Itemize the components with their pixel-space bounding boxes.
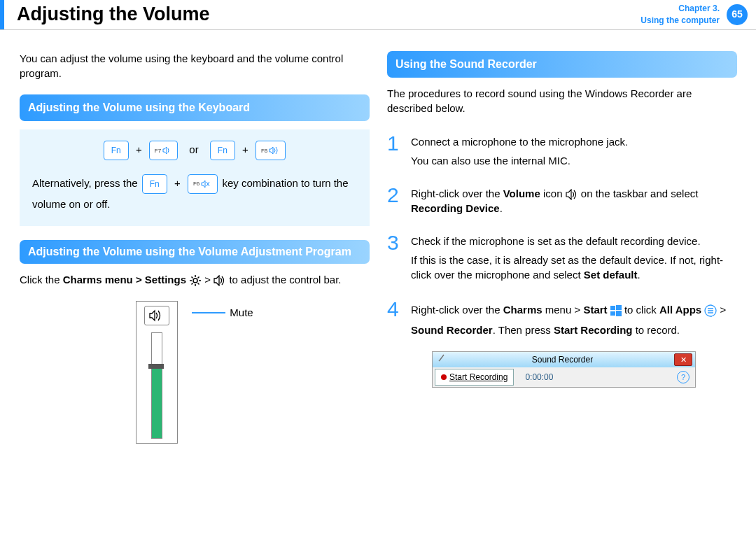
start-recording-button[interactable]: Start Recording — [435, 369, 514, 386]
step-number: 4 — [387, 299, 402, 388]
or-text: or — [189, 142, 198, 157]
step-number: 3 — [387, 232, 402, 286]
section-header-program: Adjusting the Volume using the Volume Ad… — [20, 240, 370, 264]
step-1: 1 Connect a microphone to the microphone… — [387, 133, 737, 172]
svg-rect-1 — [610, 306, 615, 310]
step-2: 2 Right-click over the Volume icon on th… — [387, 185, 737, 220]
fn-key-2: Fn — [210, 141, 235, 160]
page-header: Adjusting the Volume Chapter 3. Using th… — [0, 0, 756, 30]
step-3: 3 Check if the microphone is set as the … — [387, 232, 737, 286]
record-dot-icon — [441, 374, 447, 380]
plus-icon-2: + — [242, 143, 248, 155]
step-4-text: Right-click over the Charms menu > Start… — [411, 300, 737, 340]
svg-rect-2 — [616, 305, 622, 310]
microphone-icon — [437, 353, 447, 367]
step-3-line2: If this is the case, it is already set a… — [411, 253, 737, 282]
recorder-time: 0:00:00 — [525, 372, 553, 383]
step-1-line2: You can also use the internal MIC. — [411, 153, 737, 168]
f7-key: F7 — [149, 141, 178, 160]
sound-recorder-window: Sound Recorder ✕ Start Recording 0:00:00… — [432, 351, 696, 388]
chapter-subline: Using the computer — [640, 15, 720, 27]
close-icon: ✕ — [680, 355, 687, 365]
page-title: Adjusting the Volume — [17, 0, 640, 29]
fn-key-3: Fn — [142, 174, 167, 194]
alt-prefix: Alternatively, press the — [32, 177, 141, 189]
fn-key: Fn — [104, 141, 129, 160]
plus-icon-3: + — [174, 177, 181, 189]
help-icon: ? — [681, 372, 685, 383]
f8-key: F8 — [255, 141, 286, 160]
mute-indicator-line — [192, 312, 225, 313]
recorder-intro: The procedures to record sound using the… — [387, 86, 737, 115]
step-1-line1: Connect a microphone to the microphone j… — [411, 134, 737, 149]
step-3-line1: Check if the microphone is set as the de… — [411, 234, 737, 248]
svg-rect-4 — [616, 311, 622, 316]
charms-instruction: Click the Charms menu > Settings > to ad… — [20, 272, 370, 287]
plus-icon: + — [136, 143, 142, 155]
step-number: 1 — [387, 133, 402, 172]
section-header-keyboard: Adjusting the Volume using the Keyboard — [20, 94, 370, 121]
slider-thumb[interactable] — [148, 364, 164, 369]
help-button[interactable]: ? — [677, 371, 690, 383]
page-number: 65 — [727, 4, 748, 25]
intro-text: You can adjust the volume using the keyb… — [20, 51, 370, 80]
close-button[interactable]: ✕ — [674, 353, 692, 366]
speaker-icon — [214, 275, 226, 286]
svg-rect-3 — [610, 311, 615, 316]
header-accent-bar — [0, 0, 4, 29]
f6-key: F6 — [188, 174, 218, 194]
left-column: You can adjust the volume using the keyb… — [20, 51, 370, 444]
volume-taskbar-icon — [566, 189, 578, 200]
start-recording-label: Start Recording — [449, 372, 507, 383]
sound-recorder-title: Sound Recorder — [451, 354, 674, 366]
sound-recorder-titlebar: Sound Recorder ✕ — [433, 352, 695, 367]
all-apps-icon — [704, 304, 717, 317]
settings-gear-icon — [189, 274, 202, 287]
volume-slider-widget: Mute — [20, 301, 370, 444]
step-number: 2 — [387, 185, 402, 220]
step-4: 4 Right-click over the Charms menu > Sta… — [387, 299, 737, 388]
slider-fill — [152, 365, 162, 438]
keyboard-callout: Fn + F7 or Fn + F8 Alternatively, press … — [20, 129, 370, 226]
section-header-recorder: Using the Sound Recorder — [387, 51, 737, 78]
svg-point-0 — [193, 278, 197, 283]
slider-box — [136, 301, 178, 444]
slider-track[interactable] — [151, 332, 162, 439]
step-2-text: Right-click over the Volume icon on the … — [411, 186, 737, 216]
right-column: Using the Sound Recorder The procedures … — [387, 51, 737, 444]
chapter-line: Chapter 3. — [640, 3, 720, 15]
slider-speaker-icon — [144, 306, 169, 325]
chapter-info: Chapter 3. Using the computer 65 — [640, 0, 756, 29]
mute-label: Mute — [230, 305, 253, 320]
windows-start-icon — [610, 305, 622, 316]
